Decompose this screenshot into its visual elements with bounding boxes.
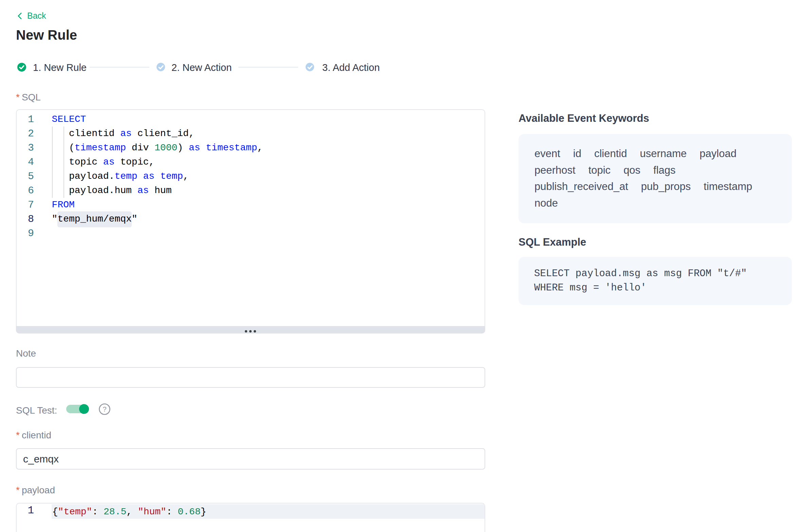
svg-text:?: ?: [103, 405, 106, 413]
